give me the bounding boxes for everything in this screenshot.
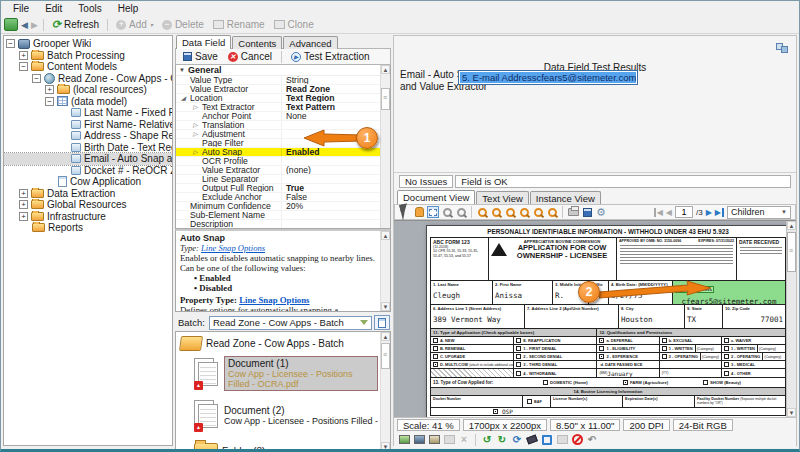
tab-contents[interactable]: Contents [232,36,282,49]
settings-gears-icon[interactable]: ⚙ [595,206,607,218]
zoom-out-icon[interactable] [490,206,502,218]
tree-item-grooper-wiki[interactable]: −Grooper Wiki [4,38,172,50]
delete-button[interactable]: −Delete [159,18,207,31]
tree-item-address[interactable]: Address - Shape Region [4,130,172,142]
propgrid-scrollbar[interactable]: ▲ [380,65,390,228]
extracted-value-field[interactable]: 5. E-mail Addresscfears5@sitemeter.com [458,70,638,85]
redact-icon[interactable] [571,434,583,446]
scroll-up-icon[interactable]: ▲ [381,231,390,240]
first-page-icon[interactable]: ◀ [654,208,663,217]
property-row[interactable]: ▷Text ExtractorText Pattern [176,103,380,112]
collapse-icon[interactable]: − [32,74,41,83]
expanded-icon[interactable]: ◢ [181,94,186,102]
forward-icon[interactable]: ▶ [31,20,38,30]
tree-item-data-extraction[interactable]: +Data Extraction [4,188,172,200]
collapse-icon[interactable]: − [19,62,28,71]
expand-icon[interactable]: + [45,85,54,94]
property-row[interactable]: OCR Profile [176,157,380,166]
scroll-down-icon[interactable]: ▼ [787,408,796,417]
eraser-icon[interactable] [526,434,538,446]
document-canvas[interactable]: PERSONALLY IDENTIFIABLE INFORMATION - WI… [394,220,796,417]
property-row[interactable]: Description [176,220,380,229]
line-snap-options-link[interactable]: Line Snap Options [239,295,309,305]
property-row[interactable]: Value Extractor(none) [176,166,380,175]
last-page-icon[interactable]: ▶ [715,208,724,217]
menu-tools[interactable]: Tools [70,2,109,15]
select-zone-icon[interactable] [427,206,439,218]
scroll-up-icon[interactable]: ▲ [787,221,796,230]
scroll-thumb[interactable] [381,88,390,110]
tree-item-last-name[interactable]: Last Name - Fixed Region [4,107,172,119]
property-row[interactable]: Sub-Element Name [176,211,380,220]
tree-item-local-resources[interactable]: +(local resources) [4,84,172,96]
tree-item-content-models[interactable]: −Content Models [4,61,172,73]
property-row[interactable]: Value TypeString [176,76,380,85]
menu-file[interactable]: File [5,2,37,15]
tree-item-reports[interactable]: Reports [4,222,172,234]
copy-region-icon[interactable] [556,434,568,446]
collapsed-icon[interactable]: ▷ [193,103,198,111]
scroll-thumb[interactable] [787,232,796,272]
canvas-scrollbar[interactable]: ▲▼ [786,221,796,417]
tree-item-docket[interactable]: Docket # - ReOCR Zone [4,165,172,177]
scroll-up-icon[interactable]: ▲ [381,65,390,74]
app-icon[interactable] [4,18,18,31]
tree-item-first-name[interactable]: First Name- Relative Region [4,119,172,131]
property-row[interactable]: Exclude AnchorFalse [176,193,380,202]
tab-advanced[interactable]: Advanced [283,36,337,49]
help-scrollbar[interactable]: ▲▼ [380,231,390,311]
zoom-in-icon[interactable] [476,206,488,218]
expand-icon[interactable]: + [19,212,28,221]
pin-panel-icon[interactable] [776,43,789,53]
save-button[interactable]: Save [180,50,221,63]
rename-button[interactable]: Rename [210,18,268,31]
menu-help[interactable]: Help [110,2,147,15]
expand-icon[interactable]: + [19,200,28,209]
save-image-icon[interactable] [581,206,593,218]
batch-combo[interactable]: Read Zone - Cow Apps - Batch [209,316,372,330]
pan-hand-icon[interactable] [413,206,425,218]
scroll-down-icon[interactable]: ▼ [381,442,390,451]
clone-button[interactable]: Clone [271,18,317,31]
property-row[interactable]: Value ExtractorRead Zone [176,85,380,94]
page-number-input[interactable] [675,206,693,218]
back-icon[interactable]: ◀ [21,20,28,30]
zoom-fit-icon[interactable] [518,206,530,218]
flatten-icon[interactable] [443,434,455,446]
scroll-thumb[interactable] [381,343,390,369]
tree-item-global-resources[interactable]: +Global Resources [4,199,172,211]
tree-item-cow-application[interactable]: Cow Application [4,176,172,188]
crop-icon[interactable] [541,434,553,446]
rotate-cw-icon[interactable]: ↻ [496,434,508,446]
tree-item-batch-processing[interactable]: +Batch Processing [4,50,172,62]
property-row[interactable]: Minimum Confidence20% [176,202,380,211]
image-levels-icon[interactable] [413,434,425,446]
collapse-icon[interactable]: − [6,39,15,48]
cancel-button[interactable]: ✕Cancel [225,50,275,63]
pointer-icon[interactable] [399,206,411,218]
tree-item-birth-date[interactable]: Birth Date - Text Region [4,142,172,154]
scroll-up-icon[interactable]: ▲ [381,332,390,341]
filter-icon[interactable] [360,320,368,325]
batch-document-1-row[interactable]: ▲ Document (1) Cow App - Licensee - Posi… [180,352,378,394]
batch-document-2-row[interactable]: ▲ Document (2) Cow App - Licensee - Posi… [180,394,378,436]
tree-item-read-zone-content-model[interactable]: −Read Zone - Cow Apps - Content Mod [4,73,172,85]
zoom-height-icon[interactable] [546,206,558,218]
property-row[interactable]: Output Full RegionTrue [176,184,380,193]
collapse-icon[interactable]: − [45,97,54,106]
collapsed-icon[interactable]: ▷ [193,148,198,156]
property-row-auto-snap[interactable]: ▷Auto SnapEnabled [176,148,380,157]
document-page[interactable]: PERSONALLY IDENTIFIABLE INFORMATION - WI… [426,225,790,417]
collapsed-icon[interactable]: ▷ [193,121,198,129]
tree-item-email-selected[interactable]: Email - Auto Snap and Value Ex [4,153,172,165]
test-extraction-button[interactable]: ▶Test Extraction [288,50,373,63]
tab-text-view[interactable]: Text View [476,191,528,204]
print-icon[interactable] [567,206,579,218]
annotation-icon[interactable] [428,434,440,446]
expand-icon[interactable]: + [19,51,28,60]
nav-mode-select[interactable]: Children▼ [727,206,791,219]
property-row[interactable]: Anchor PointNone [176,112,380,121]
expand-icon[interactable]: + [19,189,28,198]
zoom-dynamic-icon[interactable] [455,206,467,218]
prev-page-icon[interactable]: ◀ [666,208,672,217]
